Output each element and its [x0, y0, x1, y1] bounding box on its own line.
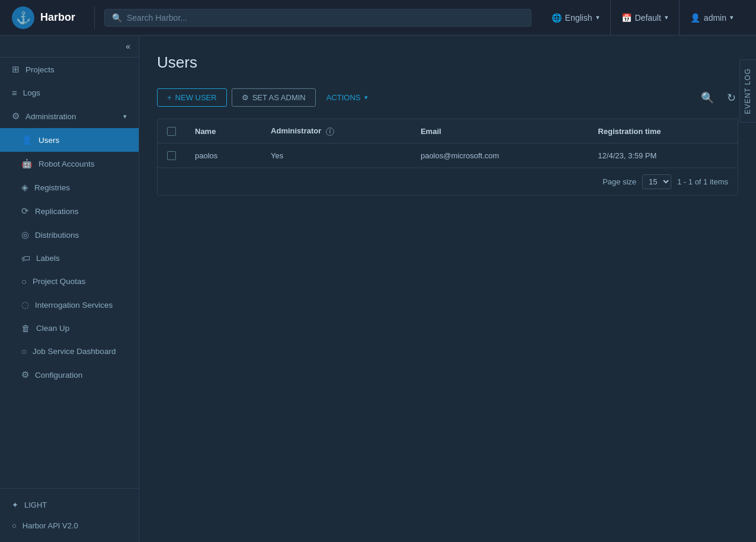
sidebar-item-label: Distributions: [35, 231, 79, 240]
label-icon: 🏷: [21, 253, 30, 263]
job-service-icon: ○: [21, 346, 27, 356]
administrator-col-label: Administrator: [271, 126, 321, 135]
sidebar-item-label: Configuration: [35, 371, 82, 380]
set-as-admin-label: SET AS ADMIN: [252, 93, 306, 102]
language-selector[interactable]: 🌐 English ▾: [541, 0, 611, 36]
replication-icon: ⟳: [21, 206, 29, 216]
row-checkbox[interactable]: [167, 151, 176, 160]
cleanup-icon: 🗑: [21, 323, 30, 333]
collapse-icon: «: [126, 42, 130, 51]
sidebar-item-label: Administration: [25, 112, 76, 121]
interrogation-icon: ◌: [21, 299, 29, 310]
chevron-down-icon: ▾: [364, 94, 368, 101]
pagination-row: Page size 15 25 50 1 - 1 of 1 items: [158, 168, 738, 195]
items-count-label: 1 - 1 of 1 items: [677, 177, 728, 186]
table-header-row: Name Administrator i Email Registration …: [158, 119, 738, 144]
sidebar-item-label: Replications: [35, 207, 79, 216]
select-all-checkbox[interactable]: [167, 127, 176, 136]
th-registration-time: Registration time: [588, 119, 738, 144]
robot-icon: 🤖: [21, 158, 33, 169]
sidebar-item-labels[interactable]: 🏷 Labels: [0, 247, 139, 270]
page-size-label: Page size: [603, 177, 636, 186]
th-checkbox: [158, 119, 185, 144]
sidebar-item-distributions[interactable]: ◎ Distributions: [0, 223, 139, 247]
light-mode-toggle[interactable]: ✦ LIGHT: [0, 495, 139, 515]
set-as-admin-button[interactable]: ⚙ SET AS ADMIN: [232, 88, 316, 107]
calendar-selector[interactable]: 📅 Default ▾: [611, 0, 680, 36]
row-administrator: Yes: [261, 144, 411, 168]
language-label: English: [565, 13, 592, 23]
sidebar-item-interrogation-services[interactable]: ◌ Interrogation Services: [0, 293, 139, 317]
content-area: Users + NEW USER ⚙ SET AS ADMIN ACTIONS …: [139, 36, 756, 542]
sidebar-item-registries[interactable]: ◈ Registries: [0, 176, 139, 199]
row-checkbox-cell[interactable]: [158, 144, 185, 168]
actions-label: ACTIONS: [326, 93, 361, 102]
sidebar-item-administration[interactable]: ⚙ Administration ▾: [0, 104, 139, 128]
projects-icon: ⊞: [12, 64, 20, 75]
calendar-icon: 📅: [622, 13, 632, 23]
toolbar-right: 🔍 ↻: [699, 89, 738, 107]
sidebar-item-label: Robot Accounts: [39, 160, 95, 168]
sidebar-collapse-button[interactable]: «: [0, 36, 139, 58]
th-email: Email: [411, 119, 588, 144]
sidebar-item-logs[interactable]: ≡ Logs: [0, 81, 139, 104]
chevron-down-icon: ▾: [123, 113, 127, 120]
sidebar-item-label: Interrogation Services: [35, 301, 113, 310]
logo-icon: ⚓: [12, 7, 34, 29]
sidebar-item-label: Job Service Dashboard: [33, 347, 116, 356]
sidebar-item-job-service-dashboard[interactable]: ○ Job Service Dashboard: [0, 340, 139, 363]
sidebar-item-label: Projects: [25, 65, 55, 74]
registry-icon: ◈: [21, 182, 28, 193]
sidebar-item-project-quotas[interactable]: ○ Project Quotas: [0, 270, 139, 293]
navbar: ⚓ Harbor 🔍 🌐 English ▾ 📅 Default ▾ 👤 adm…: [0, 0, 756, 36]
row-registration-time: 12/4/23, 3:59 PM: [588, 144, 738, 168]
app-name: Harbor: [40, 11, 75, 24]
calendar-label: Default: [635, 13, 661, 23]
th-name: Name: [185, 119, 261, 144]
harbor-api-label: Harbor API V2.0: [23, 521, 78, 530]
light-mode-label: LIGHT: [24, 500, 47, 509]
configuration-icon: ⚙: [21, 369, 29, 380]
chevron-down-icon: ▾: [665, 14, 668, 21]
sidebar-item-label: Registries: [34, 183, 70, 192]
app-logo[interactable]: ⚓ Harbor: [12, 7, 95, 29]
sidebar-item-users[interactable]: 👤 Users: [0, 128, 139, 152]
sidebar-item-clean-up[interactable]: 🗑 Clean Up: [0, 317, 139, 340]
info-icon[interactable]: i: [326, 127, 334, 136]
logs-icon: ≡: [12, 88, 17, 98]
th-administrator: Administrator i: [261, 119, 411, 144]
sidebar-item-label: Labels: [36, 254, 60, 263]
event-log-tab[interactable]: EVENT LOG: [739, 59, 756, 123]
search-button[interactable]: 🔍: [699, 89, 716, 107]
actions-button[interactable]: ACTIONS ▾: [321, 89, 374, 106]
sidebar-item-label: Users: [39, 136, 59, 145]
refresh-button[interactable]: ↻: [725, 89, 738, 107]
new-user-button[interactable]: + NEW USER: [157, 88, 227, 107]
sidebar-item-replications[interactable]: ⟳ Replications: [0, 199, 139, 223]
users-icon: 👤: [21, 135, 33, 145]
search-icon: 🔍: [112, 13, 122, 23]
administration-icon: ⚙: [12, 111, 20, 122]
user-menu[interactable]: 👤 admin ▾: [680, 0, 744, 36]
plus-icon: +: [167, 93, 172, 102]
sidebar-item-projects[interactable]: ⊞ Projects: [0, 58, 139, 81]
sun-icon: ✦: [12, 500, 18, 509]
harbor-api-link[interactable]: ○ Harbor API V2.0: [0, 515, 139, 536]
page-size-select[interactable]: 15 25 50: [642, 174, 671, 189]
sidebar-bottom: ✦ LIGHT ○ Harbor API V2.0: [0, 488, 139, 542]
quota-icon: ○: [21, 276, 27, 286]
sidebar-item-label: Logs: [23, 88, 40, 97]
toolbar: + NEW USER ⚙ SET AS ADMIN ACTIONS ▾ 🔍 ↻: [157, 88, 738, 107]
chevron-down-icon: ▾: [596, 14, 600, 21]
sidebar-item-label: Clean Up: [36, 324, 69, 333]
search-input[interactable]: [127, 13, 524, 23]
table-row[interactable]: paolos Yes paolos@microsoft.com 12/4/23,…: [158, 144, 738, 168]
user-label: admin: [704, 13, 726, 23]
sidebar-item-robot-accounts[interactable]: 🤖 Robot Accounts: [0, 152, 139, 176]
event-log-label: EVENT LOG: [740, 60, 755, 122]
main-layout: « ⊞ Projects ≡ Logs ⚙ Administration ▾ 👤…: [0, 36, 756, 542]
sidebar-item-configuration[interactable]: ⚙ Configuration: [0, 363, 139, 387]
navbar-right: 🌐 English ▾ 📅 Default ▾ 👤 admin ▾: [541, 0, 744, 36]
user-icon: 👤: [690, 13, 700, 23]
search-bar[interactable]: 🔍: [104, 9, 531, 27]
